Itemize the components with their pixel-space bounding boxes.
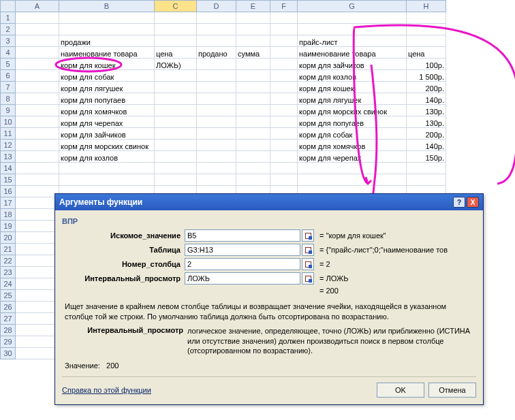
- cell-B7[interactable]: корм для лягушек: [59, 82, 155, 93]
- row-header-30[interactable]: 30: [1, 348, 16, 359]
- cell-F12[interactable]: [270, 140, 298, 151]
- cell-F13[interactable]: [270, 151, 298, 163]
- help-button[interactable]: ?: [453, 197, 465, 208]
- cell-H3[interactable]: [407, 35, 446, 47]
- cell-H9[interactable]: 130р.: [407, 105, 446, 116]
- row-header-4[interactable]: 4: [1, 47, 16, 59]
- cell-G14[interactable]: [298, 163, 407, 174]
- row-header-14[interactable]: 14: [1, 163, 16, 174]
- cell-F14[interactable]: [270, 163, 298, 174]
- cell-D14[interactable]: [197, 163, 236, 174]
- col-header-D[interactable]: D: [197, 1, 236, 12]
- cell-G15[interactable]: [298, 174, 407, 186]
- cell-B11[interactable]: корм для зайчиков: [59, 128, 155, 140]
- cell-F7[interactable]: [270, 82, 298, 93]
- col-header-F[interactable]: F: [270, 1, 298, 12]
- cell-E8[interactable]: [236, 93, 270, 105]
- cell-H4[interactable]: цена: [407, 47, 446, 59]
- cell-F3[interactable]: [270, 35, 298, 47]
- cell-B13[interactable]: корм для козлов: [59, 151, 155, 163]
- cell-C14[interactable]: [155, 163, 197, 174]
- cell-E3[interactable]: [236, 35, 270, 47]
- cell-E15[interactable]: [236, 174, 270, 186]
- cell-H10[interactable]: 130р.: [407, 116, 446, 128]
- cell-G2[interactable]: [298, 24, 407, 35]
- cell-A30[interactable]: [16, 348, 59, 359]
- row-header-8[interactable]: 8: [1, 93, 16, 105]
- cell-H7[interactable]: 200р.: [407, 82, 446, 93]
- cell-G10[interactable]: корм для попугаев: [298, 116, 407, 128]
- arg2-ref-button[interactable]: [302, 244, 314, 256]
- cell-G5[interactable]: корм для зайчиков: [298, 59, 407, 70]
- cell-C15[interactable]: [155, 174, 197, 186]
- ok-button[interactable]: OK: [377, 383, 424, 398]
- cell-F5[interactable]: [270, 59, 298, 70]
- cell-B2[interactable]: [59, 24, 155, 35]
- row-header-27[interactable]: 27: [1, 313, 16, 325]
- cell-B6[interactable]: корм для собак: [59, 70, 155, 82]
- cell-D1[interactable]: [197, 12, 236, 24]
- cell-G8[interactable]: корм для лягушек: [298, 93, 407, 105]
- cell-G11[interactable]: корм для собак: [298, 128, 407, 140]
- cell-A7[interactable]: [16, 82, 59, 93]
- cell-B8[interactable]: корм для попугаев: [59, 93, 155, 105]
- row-header-26[interactable]: 26: [1, 302, 16, 313]
- row-header-13[interactable]: 13: [1, 151, 16, 163]
- row-header-18[interactable]: 18: [1, 209, 16, 221]
- cell-H13[interactable]: 150р.: [407, 151, 446, 163]
- cell-F1[interactable]: [270, 12, 298, 24]
- col-header-G[interactable]: G: [298, 1, 407, 12]
- cell-C12[interactable]: [155, 140, 197, 151]
- cell-D4[interactable]: продано: [197, 47, 236, 59]
- arg2-input[interactable]: [185, 244, 300, 256]
- row-header-19[interactable]: 19: [1, 221, 16, 232]
- row-header-2[interactable]: 2: [1, 24, 16, 35]
- cell-A18[interactable]: [16, 209, 59, 221]
- cell-B1[interactable]: [59, 12, 155, 24]
- cell-A14[interactable]: [16, 163, 59, 174]
- cell-C4[interactable]: цена: [155, 47, 197, 59]
- cell-D7[interactable]: [197, 82, 236, 93]
- cell-A10[interactable]: [16, 116, 59, 128]
- arg3-ref-button[interactable]: [302, 258, 314, 270]
- col-header-C[interactable]: C: [155, 1, 197, 12]
- cell-A9[interactable]: [16, 105, 59, 116]
- cell-C13[interactable]: [155, 151, 197, 163]
- row-header-22[interactable]: 22: [1, 255, 16, 267]
- cell-D10[interactable]: [197, 116, 236, 128]
- cell-E4[interactable]: сумма: [236, 47, 270, 59]
- row-header-25[interactable]: 25: [1, 290, 16, 302]
- cell-B10[interactable]: корм для черепах: [59, 116, 155, 128]
- cell-A26[interactable]: [16, 302, 59, 313]
- cell-A15[interactable]: [16, 174, 59, 186]
- row-header-24[interactable]: 24: [1, 278, 16, 290]
- cell-E6[interactable]: [236, 70, 270, 82]
- cell-B15[interactable]: [59, 174, 155, 186]
- cell-C10[interactable]: [155, 116, 197, 128]
- cell-A13[interactable]: [16, 151, 59, 163]
- cell-E12[interactable]: [236, 140, 270, 151]
- cell-A1[interactable]: [16, 12, 59, 24]
- row-header-28[interactable]: 28: [1, 325, 16, 336]
- cell-D13[interactable]: [197, 151, 236, 163]
- cell-A2[interactable]: [16, 24, 59, 35]
- cell-A20[interactable]: [16, 232, 59, 244]
- col-header-A[interactable]: A: [16, 1, 59, 12]
- row-header-29[interactable]: 29: [1, 336, 16, 348]
- cell-A5[interactable]: [16, 59, 59, 70]
- cell-E5[interactable]: [236, 59, 270, 70]
- col-header-B[interactable]: B: [59, 1, 155, 12]
- close-button[interactable]: X: [467, 197, 479, 208]
- cell-G13[interactable]: корм для черепах: [298, 151, 407, 163]
- cell-B12[interactable]: корм для морских свинок: [59, 140, 155, 151]
- row-header-5[interactable]: 5: [1, 59, 16, 70]
- arg3-input[interactable]: [185, 258, 300, 270]
- cell-E14[interactable]: [236, 163, 270, 174]
- cell-C8[interactable]: [155, 93, 197, 105]
- cell-A11[interactable]: [16, 128, 59, 140]
- cell-F2[interactable]: [270, 24, 298, 35]
- cell-D2[interactable]: [197, 24, 236, 35]
- cell-B14[interactable]: [59, 163, 155, 174]
- cell-D8[interactable]: [197, 93, 236, 105]
- select-all-corner[interactable]: [1, 1, 16, 12]
